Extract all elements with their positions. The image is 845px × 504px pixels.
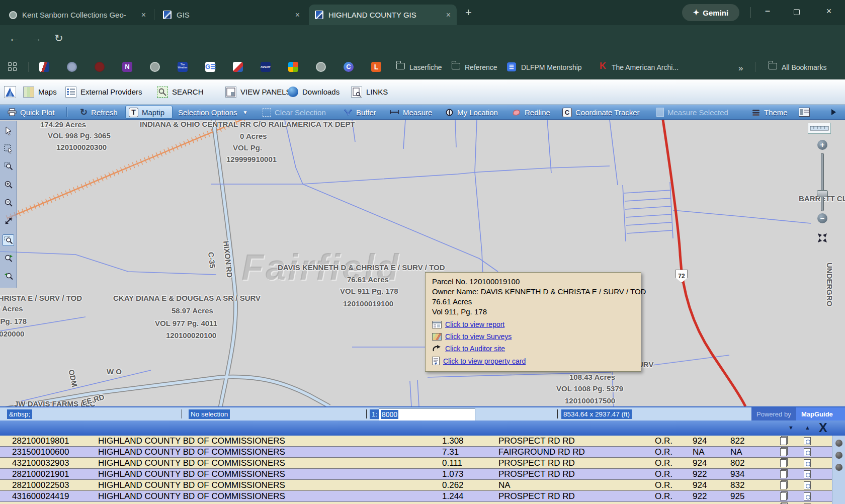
scroll-down-icon[interactable]: ▼: [788, 425, 794, 431]
tab-highland-county-gis[interactable]: HIGHLAND COUNTY GIS ×: [309, 5, 457, 25]
tab-close-icon[interactable]: ×: [141, 11, 146, 20]
close-results-button[interactable]: X: [819, 421, 827, 435]
view-record-icon[interactable]: [804, 492, 811, 500]
menu-maps[interactable]: Maps: [23, 79, 57, 104]
bookmark-favicon-capitol[interactable]: [95, 62, 105, 72]
gemini-button[interactable]: ✦ Gemini: [682, 4, 739, 21]
scale-input[interactable]: 8000: [379, 408, 475, 421]
results-scrollbar[interactable]: [832, 436, 845, 504]
bookmark-favicon-weather[interactable]: TheWeather: [178, 62, 188, 72]
bookmark-favicon-avery[interactable]: AVERY: [261, 62, 271, 72]
menu-external-providers[interactable]: External Providers: [65, 79, 142, 104]
zoom-slider-thumb[interactable]: [817, 190, 828, 197]
mapguide-brand[interactable]: MapGuide: [796, 407, 845, 421]
bookmark-favicon-pdf[interactable]: [233, 62, 243, 72]
dlfpm-favicon[interactable]: ☰: [507, 62, 516, 71]
all-bookmarks-label[interactable]: All Bookmarks: [782, 63, 826, 71]
select-features-tool-icon[interactable]: [3, 143, 14, 154]
maptip-button[interactable]: T Maptip: [129, 105, 164, 119]
copy-record-icon[interactable]: [780, 492, 787, 500]
minimize-button[interactable]: −: [760, 6, 775, 17]
scrollbar-dot[interactable]: [835, 440, 842, 447]
bookmark-favicon-seal[interactable]: [67, 62, 77, 72]
table-row[interactable]: 282100022503 HIGHLAND COUNTY BD OF COMMI…: [0, 480, 832, 491]
table-row[interactable]: 282100019701 HIGHLAND COUNTY BD OF COMMI…: [0, 502, 832, 504]
table-row[interactable]: 231500100600 HIGHLAND COUNTY BD OF COMMI…: [0, 447, 832, 458]
bookmark-folder-laserfiche[interactable]: Laserfiche: [409, 63, 442, 71]
panel-toggle-icon[interactable]: [799, 108, 810, 117]
view-record-icon[interactable]: [804, 459, 811, 467]
full-extent-tool-icon[interactable]: [3, 215, 14, 226]
scrollbar-dot[interactable]: [835, 464, 842, 471]
auditor-site-link[interactable]: Click to Auditor site: [445, 345, 505, 353]
table-row[interactable]: 282100021901 HIGHLAND COUNTY BD OF COMMI…: [0, 469, 832, 480]
buffer-button[interactable]: Buffer: [344, 105, 376, 119]
menu-links[interactable]: LINKS: [351, 79, 388, 104]
bookmark-favicon-c-circle[interactable]: C: [344, 62, 354, 72]
quick-plot-button[interactable]: Quick Plot: [8, 105, 54, 119]
map-viewport[interactable]: Fairfield 174.29 Acres VOL 998 Pg. 3065 …: [0, 120, 845, 406]
scalebar-button[interactable]: [808, 123, 831, 134]
folder-icon[interactable]: [769, 63, 777, 69]
my-location-button[interactable]: My Location: [445, 105, 498, 119]
tab-kent-sanborn[interactable]: Kent Sanborn Collections Geo- ×: [3, 5, 152, 25]
theme-button[interactable]: Theme: [751, 105, 788, 119]
selection-options-button[interactable]: Selection Options ▼: [178, 105, 247, 119]
zoom-next-tool-icon[interactable]: [3, 252, 14, 264]
reload-button[interactable]: ↻: [54, 32, 63, 44]
tab-gis[interactable]: GIS ×: [157, 5, 306, 25]
new-tab-button[interactable]: +: [465, 7, 472, 18]
zoom-in-tool-icon[interactable]: [3, 179, 14, 190]
redline-button[interactable]: Redline: [512, 105, 550, 119]
bookmark-folder-reference[interactable]: Reference: [465, 63, 497, 71]
pan-control[interactable]: [813, 228, 832, 247]
menu-downloads[interactable]: Downloads: [288, 79, 340, 104]
view-property-card-link[interactable]: Click to view property card: [443, 357, 526, 365]
bookmark-favicon-globe[interactable]: [150, 62, 160, 72]
toolbar-overflow-arrow-icon[interactable]: [831, 109, 836, 115]
view-report-link[interactable]: Click to view report: [445, 320, 504, 328]
menu-view-panels[interactable]: VIEW PANELS: [225, 79, 291, 104]
table-row[interactable]: 432100032903 HIGHLAND COUNTY BD OF COMMI…: [0, 458, 832, 469]
coordinate-tracker-button[interactable]: C Coordinate Tracker: [562, 105, 640, 119]
apps-grid-icon[interactable]: [8, 62, 17, 71]
refresh-button[interactable]: ↻ Refresh: [80, 105, 118, 119]
view-record-icon[interactable]: [804, 470, 811, 478]
bookmark-favicon-google-news[interactable]: G☰: [205, 62, 215, 72]
bookmark-favicon-onenote[interactable]: N: [122, 62, 132, 72]
bookmark-favicon-ohio-flag[interactable]: [39, 62, 49, 72]
american-archive-favicon[interactable]: K: [600, 61, 606, 71]
zoom-out-tool-icon[interactable]: [3, 197, 14, 208]
bookmark-american-archive[interactable]: The American Archi...: [612, 63, 679, 71]
scrollbar-dot[interactable]: [835, 452, 842, 459]
table-row[interactable]: 431600024419 HIGHLAND COUNTY BD OF COMMI…: [0, 491, 832, 502]
zoom-window-tool-icon[interactable]: [3, 160, 14, 172]
zoom-selected-tool-icon[interactable]: [3, 234, 14, 246]
bookmark-favicon-microsoft[interactable]: [288, 62, 298, 72]
measure-button[interactable]: Measure: [389, 105, 432, 119]
view-record-icon[interactable]: [804, 448, 811, 456]
menu-search[interactable]: SEARCH: [157, 79, 204, 104]
tab-close-icon[interactable]: ×: [295, 11, 300, 20]
bookmark-favicon-laserfiche[interactable]: L: [371, 62, 381, 72]
zoom-out-button[interactable]: −: [817, 213, 827, 223]
copy-record-icon[interactable]: [780, 448, 787, 456]
zoom-in-button[interactable]: +: [817, 140, 827, 150]
view-surveys-link[interactable]: Click to view Surveys: [445, 332, 512, 341]
bookmarks-overflow-chevron[interactable]: »: [738, 63, 743, 73]
forward-button[interactable]: →: [31, 32, 42, 44]
copy-record-icon[interactable]: [780, 470, 787, 478]
table-row[interactable]: 282100019801 HIGHLAND COUNTY BD OF COMMI…: [0, 436, 832, 447]
bookmark-dlfpm[interactable]: DLFPM Mentorship: [521, 63, 582, 71]
copy-record-icon[interactable]: [780, 459, 787, 467]
close-window-button[interactable]: ×: [822, 6, 836, 17]
copy-record-icon[interactable]: [780, 437, 787, 445]
zoom-previous-tool-icon[interactable]: [3, 270, 14, 282]
view-record-icon[interactable]: [804, 481, 811, 489]
bookmark-favicon-globe2[interactable]: [316, 62, 326, 72]
zoom-slider-track[interactable]: [821, 153, 824, 211]
folder-icon[interactable]: [396, 63, 405, 69]
pointer-tool-icon[interactable]: [3, 125, 14, 136]
folder-icon[interactable]: [452, 63, 460, 69]
tab-close-icon[interactable]: ×: [446, 11, 451, 20]
